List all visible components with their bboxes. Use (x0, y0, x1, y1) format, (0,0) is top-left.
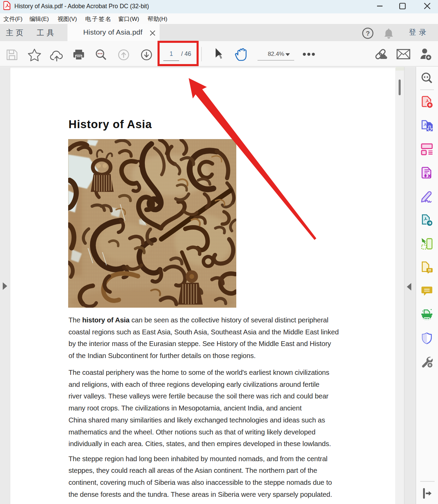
svg-text:?: ? (366, 30, 370, 37)
